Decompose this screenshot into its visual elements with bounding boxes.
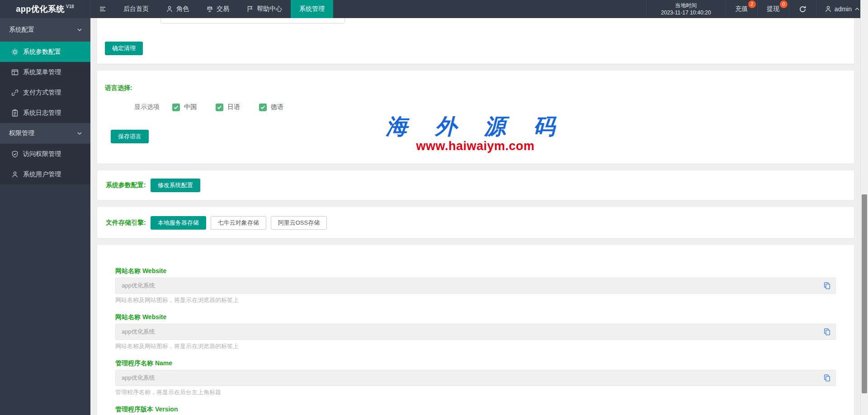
scales-icon — [206, 5, 213, 13]
form-field-website-name-2: 网站名称 Website app优化系统 网站名称及网站图标，将显示在浏览器的标… — [115, 314, 836, 349]
copy-icon[interactable] — [823, 282, 831, 290]
app-version: V18 — [66, 4, 74, 9]
checkbox-checked-icon[interactable] — [172, 104, 180, 111]
nav-item-label: 后台首页 — [123, 5, 149, 13]
sidebar-toggle-button[interactable] — [90, 0, 115, 18]
app-logo[interactable]: app优化系统 V18 — [0, 0, 90, 18]
sidebar-item-system-params[interactable]: 系统参数配置 — [0, 42, 90, 62]
confirm-cleanup-button[interactable]: 确定清理 — [105, 42, 143, 55]
top-navbar: app优化系统 V18 后台首页 角色 交易 帮助中心 系统管理 当地时间 20… — [0, 0, 868, 18]
sidebar-item-label: 系统用户管理 — [23, 170, 61, 179]
gear-icon — [11, 48, 19, 56]
sidebar-item-system-logs[interactable]: 系统日志管理 — [0, 103, 90, 123]
form-field-admin-version: 管理程序版本 Version — [115, 406, 836, 415]
website-name-input-1[interactable]: app优化系统 — [115, 278, 836, 294]
website-name-input-2[interactable]: app优化系统 — [115, 324, 836, 340]
field-hint: 管理程序名称，将显示在后台左上角标题 — [115, 389, 836, 395]
flag-icon — [246, 5, 254, 13]
window-icon — [11, 69, 19, 76]
input-value: app优化系统 — [122, 324, 155, 340]
checkbox-checked-icon[interactable] — [259, 104, 267, 111]
nav-item-help-center[interactable]: 帮助中心 — [238, 0, 291, 18]
sidebar-item-payment-methods[interactable]: 支付方式管理 — [0, 82, 90, 103]
language-option-german[interactable]: 德语 — [259, 103, 283, 111]
form-field-website-name-1: 网站名称 Website app优化系统 网站名称及网站图标，将显示在浏览器的标… — [115, 268, 836, 303]
field-label: 网站名称 Website — [115, 314, 836, 320]
link-icon — [11, 89, 19, 96]
refresh-icon — [799, 5, 807, 13]
sidebar-item-label: 系统日志管理 — [23, 109, 61, 117]
chevron-down-icon — [77, 27, 82, 33]
local-time-block: 当地时间 2023-11-17 10:40:20 — [646, 0, 726, 18]
form-field-admin-name: 管理程序名称 Name app优化系统 管理程序名称，将显示在后台左上角标题 — [115, 360, 836, 395]
sidebar-submenu-system-config: 系统参数配置 系统菜单管理 支付方式管理 系统日志管理 — [0, 42, 90, 123]
scrollbar-thumb[interactable] — [862, 194, 867, 393]
checkbox-checked-icon[interactable] — [216, 104, 223, 111]
modify-system-config-button[interactable]: 修改系统配置 — [151, 179, 200, 192]
withdraw-badge: 0 — [780, 0, 788, 8]
field-label: 管理程序版本 Version — [115, 406, 836, 412]
storage-option-aliyun-oss-button[interactable]: 阿里云OSS存储 — [271, 216, 327, 230]
nav-item-system-management[interactable]: 系统管理 — [291, 0, 333, 18]
admin-name-input[interactable]: app优化系统 — [115, 370, 836, 386]
sidebar-item-system-users[interactable]: 系统用户管理 — [0, 164, 90, 184]
sidebar-item-label: 访问权限管理 — [23, 150, 61, 158]
site-settings-form-card: 网站名称 Website app优化系统 网站名称及网站图标，将显示在浏览器的标… — [97, 245, 854, 415]
shield-check-icon — [11, 151, 19, 158]
clipboard-icon — [11, 109, 19, 117]
person-icon — [825, 5, 832, 13]
storage-engine-label: 文件存储引擎: — [106, 219, 146, 227]
nav-item-home[interactable]: 后台首页 — [115, 0, 157, 18]
username-label: admin — [835, 5, 852, 13]
nav-item-label: 交易 — [217, 5, 229, 13]
hamburger-icon — [99, 5, 106, 13]
input-value: app优化系统 — [122, 278, 155, 293]
local-time-label: 当地时间 — [675, 2, 697, 9]
recharge-badge: 2 — [748, 0, 756, 8]
checkbox-label: 中国 — [184, 103, 197, 111]
recharge-button[interactable]: 充值 2 — [726, 0, 757, 18]
nav-item-label: 帮助中心 — [257, 5, 282, 13]
field-hint: 网站名称及网站图标，将显示在浏览器的标签上 — [115, 297, 836, 303]
main-content: 确定清理 语言选择: 显示选项 中国 日语 德语 — [90, 18, 860, 415]
sidebar: 系统配置 系统参数配置 系统菜单管理 支付方式管理 — [0, 18, 90, 415]
nav-item-trade[interactable]: 交易 — [198, 0, 238, 18]
nav-item-label: 系统管理 — [299, 5, 325, 13]
sidebar-group-label: 权限管理 — [9, 129, 34, 137]
field-hint: 网站名称及网站图标，将显示在浏览器的标签上 — [115, 343, 836, 349]
language-options-row: 显示选项 中国 日语 德语 — [134, 103, 846, 111]
cleanup-card: 确定清理 — [97, 18, 854, 64]
storage-option-qiniu-button[interactable]: 七牛云对象存储 — [211, 216, 266, 230]
checkbox-label: 德语 — [271, 103, 283, 111]
save-language-button[interactable]: 保存语言 — [111, 130, 149, 143]
checkbox-label: 日语 — [227, 103, 240, 111]
withdraw-button[interactable]: 提现 0 — [757, 0, 789, 18]
storage-engine-card: 文件存储引擎: 本地服务器存储 七牛云对象存储 阿里云OSS存储 — [97, 207, 854, 238]
refresh-button[interactable] — [789, 0, 816, 18]
navbar-right-tools: 当地时间 2023-11-17 10:40:20 充值 2 提现 0 admin — [646, 0, 868, 18]
copy-icon[interactable] — [823, 328, 831, 336]
language-card: 语言选择: 显示选项 中国 日语 德语 保存语言 — [97, 71, 854, 164]
sidebar-submenu-permissions: 访问权限管理 系统用户管理 — [0, 144, 90, 184]
user-icon — [11, 171, 19, 178]
nav-item-label: 角色 — [176, 5, 189, 13]
system-config-card: 系统参数配置: 修改系统配置 — [97, 170, 854, 200]
cleanup-input[interactable] — [160, 18, 345, 24]
vertical-scrollbar[interactable] — [860, 0, 868, 415]
language-option-china[interactable]: 中国 — [172, 103, 197, 111]
sidebar-group-system-config[interactable]: 系统配置 — [0, 18, 90, 42]
nav-item-roles[interactable]: 角色 — [157, 0, 198, 18]
sidebar-group-permissions[interactable]: 权限管理 — [0, 123, 90, 144]
chevron-up-icon — [854, 6, 860, 12]
storage-option-local-button[interactable]: 本地服务器存储 — [151, 216, 206, 230]
copy-icon[interactable] — [823, 374, 831, 382]
withdraw-label: 提现 — [767, 5, 779, 13]
sidebar-item-access-permissions[interactable]: 访问权限管理 — [0, 144, 90, 164]
chevron-down-icon — [77, 131, 82, 136]
language-option-japanese[interactable]: 日语 — [216, 103, 240, 111]
sidebar-item-label: 支付方式管理 — [23, 89, 61, 97]
local-time-value: 2023-11-17 10:40:20 — [661, 9, 711, 16]
sidebar-item-system-menu[interactable]: 系统菜单管理 — [0, 62, 90, 82]
field-label: 管理程序名称 Name — [115, 360, 836, 366]
person-icon — [166, 5, 173, 13]
